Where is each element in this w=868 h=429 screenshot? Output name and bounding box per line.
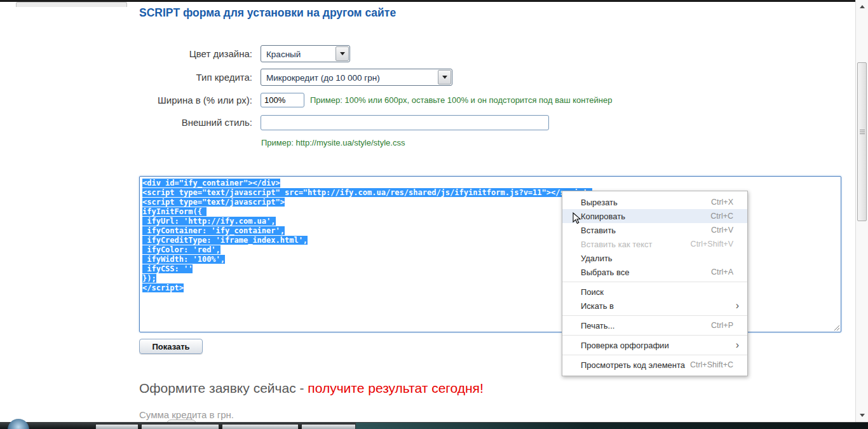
taskbar-button[interactable] xyxy=(141,424,219,429)
width-input[interactable] xyxy=(261,93,304,107)
width-hint: Пример: 100% или 600px, оставьте 100% и … xyxy=(310,95,612,105)
menu-separator xyxy=(562,355,747,355)
cta-normal-text: Оформите заявку сейчас - xyxy=(139,381,308,395)
code-line: <div id="ify_container"></div> xyxy=(142,179,841,188)
resize-grip-icon[interactable] xyxy=(833,324,840,331)
external-style-input[interactable] xyxy=(261,115,549,130)
show-button[interactable]: Показать xyxy=(139,339,203,354)
cta-heading: Оформите заявку сейчас - получите резуль… xyxy=(139,381,484,396)
style-example-hint: Пример: http://mysite.ua/style/style.css xyxy=(261,138,405,147)
taskbar-button[interactable] xyxy=(301,424,356,429)
scrollbar-thumb[interactable] xyxy=(857,62,867,221)
credit-type-select[interactable]: Микрокредит (до 10 000 грн) xyxy=(261,69,452,86)
credit-type-dropdown-button[interactable] xyxy=(438,70,451,85)
chevron-down-icon xyxy=(340,52,345,58)
credit-type-value: Микрокредит (до 10 000 грн) xyxy=(266,72,380,82)
taskbar[interactable] xyxy=(0,422,868,429)
scroll-down-button[interactable] xyxy=(856,410,868,421)
submenu-arrow-icon: › xyxy=(736,303,739,309)
browser-tab-stub[interactable] xyxy=(16,2,127,7)
menu-item-delete[interactable]: Удалить xyxy=(562,251,747,265)
label-width: Ширина в (% или px): xyxy=(62,95,252,106)
page-title: SCRIPT форма для установки на другом сай… xyxy=(139,6,396,20)
menu-item-search[interactable]: Поиск xyxy=(562,285,747,299)
menu-item-select-all[interactable]: Выбрать всеCtrl+A xyxy=(562,265,747,279)
loan-amount-label: Сумма кредита в грн. xyxy=(139,409,234,420)
menu-separator xyxy=(562,315,747,316)
label-external-style: Внешний стиль: xyxy=(62,117,252,128)
design-color-value: Красный xyxy=(266,49,301,58)
scroll-up-icon xyxy=(860,3,865,8)
label-design-color: Цвет дизайна: xyxy=(62,48,252,59)
vertical-scrollbar[interactable] xyxy=(855,0,868,429)
menu-item-paste-as-text: Вставить как текстCtrl+Shift+V xyxy=(562,237,747,251)
menu-item-print[interactable]: Печать...Ctrl+P xyxy=(562,318,747,332)
taskbar-button[interactable] xyxy=(95,424,139,429)
design-color-select[interactable]: Красный xyxy=(261,45,350,62)
taskbar-button[interactable] xyxy=(222,424,299,429)
menu-item-copy[interactable]: КопироватьCtrl+C xyxy=(562,209,747,223)
menu-item-inspect-element[interactable]: Просмотреть код элементаCtrl+Shift+C xyxy=(562,358,747,372)
design-color-dropdown-button[interactable] xyxy=(336,46,349,61)
context-menu: ВырезатьCtrl+X КопироватьCtrl+C Вставить… xyxy=(562,191,748,376)
menu-item-cut[interactable]: ВырезатьCtrl+X xyxy=(562,195,747,209)
menu-separator xyxy=(562,335,747,336)
browser-top-strip xyxy=(0,0,855,2)
mouse-cursor xyxy=(573,212,581,225)
label-credit-type: Тип кредита: xyxy=(62,72,252,83)
start-button[interactable] xyxy=(8,419,29,429)
cta-highlight-text: получите результат сегодня! xyxy=(308,381,484,395)
menu-item-search-in[interactable]: Искать в› xyxy=(562,299,747,313)
scroll-down-icon xyxy=(860,414,865,419)
menu-item-paste[interactable]: ВставитьCtrl+V xyxy=(562,223,747,237)
menu-item-spellcheck[interactable]: Проверка орфографии› xyxy=(562,338,747,352)
scrollbar-grip-icon xyxy=(860,130,865,135)
taskbar-teal-area xyxy=(356,423,868,429)
submenu-arrow-icon: › xyxy=(736,342,739,348)
scroll-up-button[interactable] xyxy=(856,1,868,12)
menu-separator xyxy=(562,282,747,282)
chevron-down-icon xyxy=(442,76,447,81)
